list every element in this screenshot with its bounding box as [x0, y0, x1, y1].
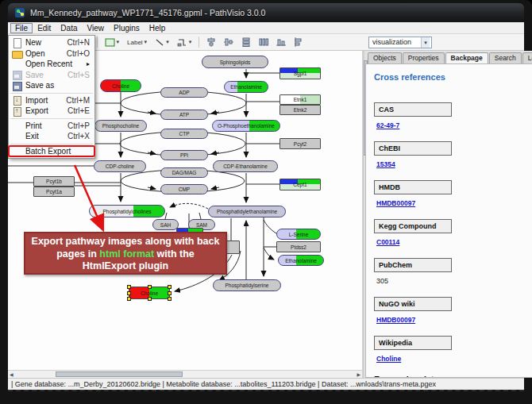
tab-properties[interactable]: Properties: [403, 52, 445, 63]
node-phosphatidylethanolamine[interactable]: Phosphatidylethanolamine: [208, 206, 286, 217]
node-ethanolamine-top[interactable]: Ethanolamine: [224, 81, 268, 93]
menu-item-spacer: [11, 60, 22, 69]
node-phosphatidylserine[interactable]: Phosphatidylserine: [213, 279, 281, 291]
menu-separator: [10, 93, 93, 94]
selection-handle[interactable]: [168, 297, 172, 301]
align-bottom-button[interactable]: [274, 36, 288, 49]
menu-item-open[interactable]: OpenCtrl+O: [9, 48, 94, 60]
node-l-serine[interactable]: L-Serine: [276, 229, 321, 240]
new-datanode-button[interactable]: ▾: [102, 36, 122, 49]
distribute-vertical-button[interactable]: [239, 36, 253, 49]
node-label: Sgpl1: [294, 71, 307, 76]
align-center-button[interactable]: [204, 36, 218, 49]
node-choline[interactable]: Choline: [100, 79, 141, 92]
canvas-vertical-scrollbar[interactable]: [362, 51, 363, 378]
node-ctp[interactable]: CTP: [160, 129, 208, 139]
xref-id-link[interactable]: 15354: [376, 160, 395, 168]
tab-objects[interactable]: Objects: [368, 52, 402, 63]
new-label-button[interactable]: Label ▾: [125, 36, 149, 49]
tab-search[interactable]: Search: [489, 52, 522, 63]
menu-item-open-recent[interactable]: Open Recent▸: [9, 59, 94, 70]
node-ppi[interactable]: PPi: [160, 150, 208, 160]
new-connector-button[interactable]: ▾: [175, 36, 195, 49]
selection-handle[interactable]: [168, 291, 172, 295]
selection-handle[interactable]: [127, 285, 131, 289]
tab-legend[interactable]: Legend: [522, 52, 532, 63]
menu-item-shortcut: Ctrl+M: [66, 96, 90, 105]
menubar-item-plugins[interactable]: Plugins: [109, 23, 145, 33]
xref-id-link[interactable]: HMDB00097: [376, 199, 415, 207]
menubar-item-edit[interactable]: Edit: [33, 23, 56, 33]
xref-id-link[interactable]: Choline: [376, 355, 401, 363]
new-line-button[interactable]: ▾: [152, 36, 172, 49]
node-pcyt1b[interactable]: Pcyt1b: [33, 176, 75, 187]
node-label: Phosphatidylserine: [226, 283, 269, 288]
node-phosphatidylcholines[interactable]: Phosphatidylcholines: [89, 205, 165, 217]
node-label: Cept1: [293, 182, 306, 187]
xref-database-name: Wikipedia: [374, 336, 452, 350]
node-adp[interactable]: ADP: [160, 87, 208, 98]
node-sah[interactable]: SAH: [152, 219, 179, 230]
node-label: SAM: [196, 222, 207, 228]
node-o-phosphoethanolamine[interactable]: O-Phosphoethanolamine: [212, 120, 280, 132]
node-label: Sphingolipids: [220, 60, 251, 65]
xref-database-name: ChEBI: [374, 141, 452, 156]
node-choline-selected[interactable]: Choline: [129, 287, 170, 299]
node-ethanolamine-bottom[interactable]: Ethanolamine: [278, 255, 324, 266]
menu-item-print[interactable]: PrintCtrl+P: [9, 121, 94, 132]
horizontal-scroll-thumb[interactable]: [56, 371, 183, 377]
side-panel: ObjectsPropertiesBackpageSearchLegend Cr…: [363, 51, 532, 378]
toolbar-separator: [97, 37, 98, 48]
node-label: Phosphatidylethanolamine: [217, 209, 277, 214]
menu-item-shortcut: Ctrl+S: [67, 71, 90, 79]
node-sgpl1[interactable]: Sgpl1: [279, 67, 321, 79]
menu-item-export[interactable]: ExportCtrl+E: [9, 106, 94, 117]
node-atp[interactable]: ATP: [160, 110, 208, 120]
xref-id-link[interactable]: HMDB00097: [376, 316, 415, 324]
xref-id-link[interactable]: C00114: [376, 238, 399, 246]
scroll-right-icon[interactable]: ▶: [357, 371, 360, 379]
node-etnk1[interactable]: Etnk1: [279, 94, 321, 105]
node-label: CTP: [179, 131, 190, 137]
node-label: Pcyt2: [294, 141, 306, 147]
node-pcyt1a[interactable]: Pcyt1a: [33, 187, 75, 197]
menu-item-import[interactable]: ImportCtrl+M: [9, 95, 94, 106]
title-bar[interactable]: Mm_Kennedy_pathway_WP1771_45176.gpml - P…: [8, 3, 524, 22]
menubar-item-data[interactable]: Data: [56, 23, 82, 33]
canvas-horizontal-scrollbar[interactable]: ◀ ▶: [8, 370, 362, 378]
align-left-button[interactable]: [291, 36, 306, 49]
visualization-dropdown-arrow-icon[interactable]: ▾: [421, 37, 430, 48]
selection-handle[interactable]: [127, 297, 131, 301]
selection-handle[interactable]: [148, 285, 152, 289]
menubar-item-help[interactable]: Help: [145, 23, 171, 33]
node-cmp[interactable]: CMP: [160, 184, 208, 194]
menubar-item-file[interactable]: File: [10, 23, 33, 33]
scroll-left-icon[interactable]: ◀: [10, 371, 13, 379]
selection-handle[interactable]: [148, 297, 152, 301]
align-middle-button[interactable]: [222, 36, 236, 49]
menubar-item-view[interactable]: View: [82, 23, 109, 33]
menu-item-exit[interactable]: ExitCtrl+X: [9, 131, 94, 142]
selection-handle[interactable]: [127, 291, 131, 295]
node-cdp-ethanolamine[interactable]: CDP-Ethanolamine: [213, 160, 278, 172]
visualization-combobox[interactable]: visualization ▾: [368, 37, 432, 48]
node-pcyt2[interactable]: Pcyt2: [279, 138, 321, 149]
node-phosphocholine[interactable]: Phosphocholine: [94, 120, 147, 132]
menu-item-save[interactable]: SaveCtrl+S: [9, 70, 94, 81]
menu-item-batch-export[interactable]: Batch Export: [9, 146, 94, 157]
node-etnk2[interactable]: Etnk2: [279, 105, 321, 115]
menu-item-label: Import: [25, 96, 60, 105]
selection-handle[interactable]: [168, 285, 172, 289]
node-cdp-choline[interactable]: CDP-choline: [94, 160, 146, 172]
node-ptdss2[interactable]: Ptdss2: [276, 241, 321, 252]
node-cept1[interactable]: Cept1: [279, 179, 321, 190]
node-dag-mag[interactable]: DAG/MAG: [160, 167, 208, 178]
distribute-horizontal-button[interactable]: [256, 36, 271, 49]
menu-item-shortcut: Ctrl+O: [67, 49, 90, 58]
tab-backpage[interactable]: Backpage: [445, 52, 488, 63]
menu-item-save-as[interactable]: Save as: [9, 80, 94, 91]
menu-item-new[interactable]: NewCtrl+N: [9, 37, 94, 48]
xref-id-link[interactable]: 62-49-7: [376, 121, 399, 129]
menu-item-label: Open Recent: [25, 60, 87, 68]
node-sphingolipids[interactable]: Sphingolipids: [202, 56, 268, 68]
